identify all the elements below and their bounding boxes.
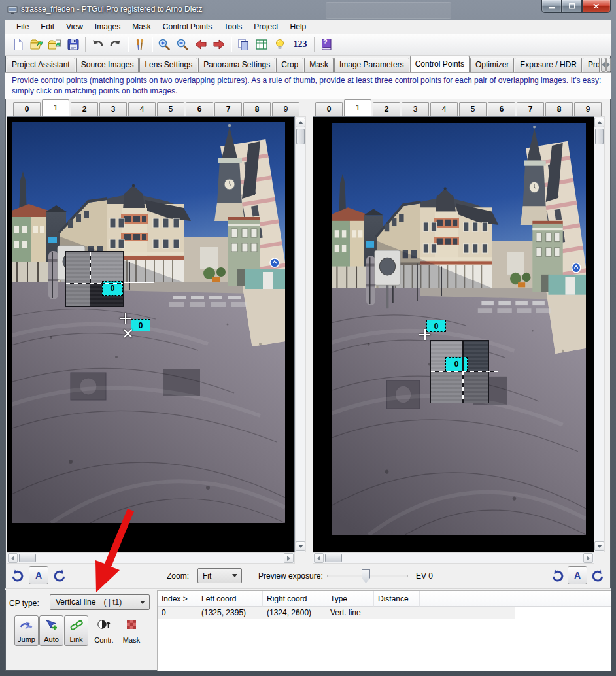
- scrollbar-thumb[interactable]: [19, 554, 36, 562]
- rotate-cw-right-button[interactable]: [589, 567, 606, 584]
- zoom-in-button[interactable]: [155, 36, 173, 54]
- contrast-button[interactable]: Contr.: [90, 615, 118, 646]
- tab-project-settings[interactable]: Project Se: [583, 58, 600, 72]
- scroll-up-button[interactable]: [594, 118, 604, 127]
- right-image-tab-5[interactable]: 5: [459, 102, 487, 116]
- tools-button[interactable]: [131, 36, 149, 54]
- menu-tools[interactable]: Tools: [218, 20, 248, 33]
- menu-file[interactable]: File: [10, 20, 35, 33]
- left-image-tab-0[interactable]: 0: [13, 102, 41, 116]
- images-button[interactable]: [234, 36, 252, 54]
- scroll-down-button[interactable]: [594, 541, 604, 551]
- tab-exposure-hdr[interactable]: Exposure / HDR: [515, 58, 582, 72]
- link-button[interactable]: Link: [64, 615, 88, 646]
- open-project-button[interactable]: [27, 36, 46, 54]
- right-image-tab-7[interactable]: 7: [517, 102, 544, 116]
- tab-panorama-settings[interactable]: Panorama Settings: [198, 58, 275, 72]
- menu-control-points[interactable]: Control Points: [157, 20, 218, 33]
- scrollbar-thumb[interactable]: [296, 129, 305, 144]
- cp-type-select[interactable]: Vertical line ( | t1): [50, 594, 150, 610]
- right-vertical-scrollbar[interactable]: [594, 116, 605, 552]
- tab-image-parameters[interactable]: Image Parameters: [334, 58, 409, 72]
- maximize-button[interactable]: [562, 0, 582, 13]
- col-header-distance[interactable]: Distance: [374, 591, 420, 607]
- right-image-tab-3[interactable]: 3: [402, 102, 429, 116]
- auto-rotate-left-button[interactable]: A: [29, 566, 48, 584]
- minimize-button[interactable]: [541, 0, 562, 13]
- rotate-ccw-left-button[interactable]: [9, 567, 26, 584]
- open-copy-button[interactable]: [46, 36, 64, 54]
- help-button[interactable]: ?: [317, 36, 335, 54]
- tab-optimizer[interactable]: Optimizer: [470, 58, 514, 72]
- left-image-tab-6[interactable]: 6: [186, 102, 213, 116]
- auto-button[interactable]: Auto: [39, 615, 63, 646]
- left-image-tab-4[interactable]: 4: [128, 102, 156, 116]
- cell-right-coord[interactable]: (1324, 2600): [263, 607, 326, 619]
- right-image-tab-9[interactable]: 9: [574, 102, 602, 116]
- cp-marker-badge[interactable]: 0: [445, 357, 468, 371]
- left-image-tab-3[interactable]: 3: [99, 102, 127, 116]
- scrollbar-thumb[interactable]: [595, 129, 604, 144]
- menu-view[interactable]: View: [60, 20, 89, 33]
- left-image-tab-9[interactable]: 9: [272, 102, 299, 116]
- tab-crop[interactable]: Crop: [276, 58, 303, 72]
- auto-rotate-right-button[interactable]: A: [568, 566, 587, 584]
- right-image-tab-6[interactable]: 6: [488, 102, 515, 116]
- control-point-table[interactable]: Index > Left coord Right coord Type Dist…: [158, 590, 611, 671]
- next-pair-button[interactable]: [210, 36, 228, 54]
- rotate-cw-left-button[interactable]: [51, 567, 68, 584]
- scroll-right-button[interactable]: [583, 553, 593, 563]
- tab-control-points[interactable]: Control Points: [410, 56, 470, 72]
- left-image-tab-8[interactable]: 8: [243, 102, 271, 116]
- cp-plus-marker[interactable]: [419, 329, 430, 340]
- col-header-right-coord[interactable]: Right coord: [263, 591, 326, 607]
- menu-edit[interactable]: Edit: [35, 20, 60, 33]
- save-project-button[interactable]: [64, 36, 82, 54]
- col-header-type[interactable]: Type: [326, 591, 374, 607]
- col-header-index[interactable]: Index >: [158, 591, 197, 607]
- left-image-tab-7[interactable]: 7: [214, 102, 242, 116]
- cp-marker-badge[interactable]: 0: [131, 319, 150, 331]
- cell-index[interactable]: 0: [158, 607, 197, 619]
- cell-distance[interactable]: [374, 607, 420, 619]
- cell-type[interactable]: Vert. line: [326, 607, 374, 619]
- left-image-tab-5[interactable]: 5: [157, 102, 184, 116]
- undo-button[interactable]: [88, 36, 107, 54]
- right-image-tab-1[interactable]: 1: [344, 99, 371, 116]
- right-street-photo[interactable]: [332, 123, 586, 535]
- scroll-up-button[interactable]: [296, 118, 305, 127]
- scrollbar-thumb[interactable]: [325, 554, 342, 562]
- left-image-tab-1[interactable]: 1: [42, 99, 69, 116]
- new-project-button[interactable]: [9, 36, 27, 54]
- menu-project[interactable]: Project: [248, 20, 284, 33]
- jump-button[interactable]: Jump: [14, 615, 39, 646]
- tab-mask[interactable]: Mask: [304, 58, 334, 72]
- tab-project-assistant[interactable]: Project Assistant: [7, 58, 75, 72]
- right-image-tab-0[interactable]: 0: [315, 102, 343, 116]
- right-image-tab-4[interactable]: 4: [430, 102, 458, 116]
- tab-source-images[interactable]: Source Images: [76, 58, 139, 72]
- left-horizontal-scrollbar[interactable]: [7, 552, 295, 564]
- scroll-left-button[interactable]: [8, 553, 18, 563]
- scroll-right-button[interactable]: [284, 553, 294, 563]
- cell-left-coord[interactable]: (1325, 2395): [197, 607, 263, 619]
- right-image-tab-2[interactable]: 2: [373, 102, 400, 116]
- mask-button[interactable]: Mask: [118, 615, 145, 646]
- close-button[interactable]: [582, 0, 611, 13]
- menu-mask[interactable]: Mask: [126, 20, 157, 33]
- zoom-out-button[interactable]: [173, 36, 192, 54]
- scroll-down-button[interactable]: [296, 541, 305, 551]
- cp-table-button[interactable]: [252, 36, 271, 54]
- previous-pair-button[interactable]: [192, 36, 210, 54]
- right-horizontal-scrollbar[interactable]: [313, 552, 594, 564]
- optimizer-button[interactable]: [271, 36, 289, 54]
- left-vertical-scrollbar[interactable]: [295, 116, 306, 552]
- left-image-tab-2[interactable]: 2: [71, 102, 98, 116]
- tab-scroll-left-button[interactable]: [601, 58, 606, 72]
- scroll-left-button[interactable]: [314, 553, 324, 563]
- numeric-transform-button[interactable]: 123: [289, 36, 311, 54]
- tab-scroll-right-button[interactable]: [606, 58, 611, 72]
- redo-button[interactable]: [107, 36, 125, 54]
- tab-lens-settings[interactable]: Lens Settings: [139, 58, 197, 72]
- menu-help[interactable]: Help: [284, 20, 313, 33]
